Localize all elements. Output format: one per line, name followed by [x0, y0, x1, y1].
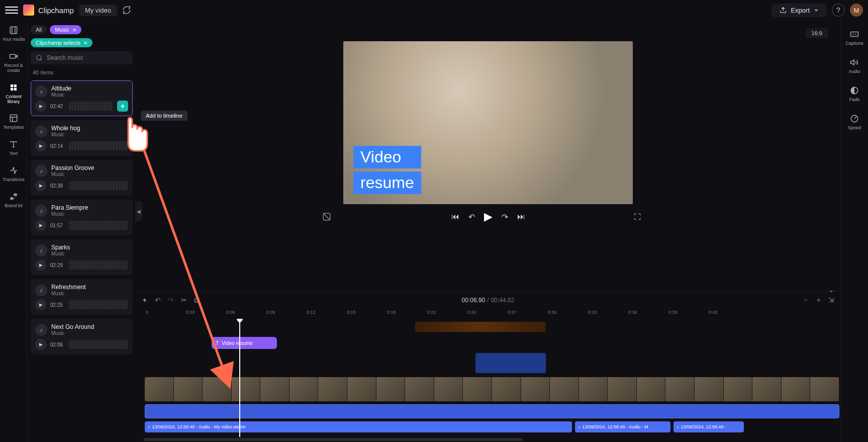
zoom-out-button[interactable]: －: [802, 296, 809, 305]
play-preview-button[interactable]: ▶: [35, 101, 46, 112]
music-note-icon: ♪: [35, 244, 47, 256]
clip-audio-waveform[interactable]: [145, 404, 839, 418]
forward-button[interactable]: ↷: [502, 212, 508, 222]
ruler-tick: 0:12: [307, 310, 316, 315]
timeline-toolbar: ✦ ↶ ↷ ✂ ⧉ 00:06.90 / 00:44.62 － ＋ ⇲ ⌄: [136, 292, 840, 309]
svg-rect-10: [851, 32, 858, 37]
magic-button[interactable]: ✦: [142, 296, 148, 304]
music-item[interactable]: ♪ Passion Groove Music ▶ 02:38: [31, 160, 133, 196]
clip-text[interactable]: TVideo resume: [212, 337, 277, 349]
timeline-scrollbar[interactable]: [144, 437, 832, 442]
aspect-ratio-button[interactable]: 16:9: [806, 28, 828, 38]
play-preview-button[interactable]: ▶: [35, 259, 46, 271]
video-thumbnail: [608, 377, 637, 401]
music-item[interactable]: ♪ Altitude Music ▶ 02:42 +: [31, 80, 133, 116]
video-thumbnail: [203, 377, 232, 401]
app-name: Clipchamp: [38, 6, 74, 15]
color-off-icon[interactable]: [322, 212, 331, 221]
music-item[interactable]: ♪ Sparks Music ▶ 02:29: [31, 239, 133, 275]
music-title: Whole hog: [51, 125, 80, 132]
timeline-tracks[interactable]: TVideo resume ♪13/09/2024, 12:58:48 - Au…: [144, 319, 840, 437]
play-button[interactable]: ▶: [484, 210, 493, 223]
rail-audio[interactable]: Audio: [848, 57, 860, 74]
menu-icon[interactable]: [5, 4, 18, 17]
playhead[interactable]: [239, 319, 240, 437]
close-icon[interactable]: ✕: [72, 27, 76, 33]
timeline-options-button[interactable]: ⌄: [828, 286, 834, 294]
play-preview-button[interactable]: ▶: [35, 180, 46, 191]
svg-rect-6: [10, 115, 17, 122]
rail-text[interactable]: Text: [9, 139, 19, 156]
rail-fade[interactable]: Fade: [849, 85, 860, 103]
search-icon: [36, 54, 43, 61]
play-preview-button[interactable]: ▶: [35, 299, 46, 310]
sync-icon[interactable]: [122, 6, 131, 15]
rail-templates[interactable]: Templates: [3, 113, 24, 130]
play-preview-button[interactable]: ▶: [35, 339, 46, 350]
export-button[interactable]: Export: [771, 4, 827, 17]
skip-back-button[interactable]: ⏮: [451, 212, 459, 221]
clip-audio-segment-1[interactable]: ♪13/09/2024, 12:58:48 - Audio - My video…: [145, 421, 572, 432]
video-thumbnail: [434, 377, 463, 401]
help-button[interactable]: ?: [832, 4, 845, 17]
clip-audio-segment-3[interactable]: ♪13/09/2024, 12:58:48 -: [673, 421, 744, 432]
video-thumbnail: [492, 377, 521, 401]
rail-content-library[interactable]: Content library: [0, 82, 27, 105]
redo-button[interactable]: ↷: [168, 296, 174, 304]
ruler-tick: 0:06: [226, 310, 235, 315]
music-title: Sparks: [51, 244, 70, 251]
rail-speed[interactable]: Speed: [848, 114, 861, 131]
close-icon[interactable]: ✕: [83, 40, 87, 46]
video-canvas[interactable]: Video resume: [343, 41, 633, 204]
collapse-panel-button[interactable]: ◀: [135, 201, 142, 221]
music-subtitle: Music: [51, 251, 70, 256]
undo-button[interactable]: ↶: [155, 296, 161, 304]
clip-effect[interactable]: [415, 322, 546, 332]
music-note-icon: ♪: [35, 205, 47, 217]
music-subtitle: Music: [51, 211, 88, 217]
ruler-tick: 0:21: [427, 310, 436, 315]
project-name[interactable]: My video: [79, 5, 117, 16]
captions-icon: [850, 30, 859, 39]
music-note-icon: ♪: [148, 424, 150, 429]
play-preview-button[interactable]: ▶: [35, 140, 46, 151]
svg-rect-0: [10, 27, 17, 34]
ruler-tick: 0:33: [588, 310, 597, 315]
clip-overlay[interactable]: [475, 353, 546, 373]
chip-music[interactable]: Music✕: [50, 25, 81, 34]
music-note-icon: ♪: [35, 125, 47, 137]
copy-button[interactable]: ⧉: [194, 296, 199, 305]
add-to-timeline-button[interactable]: +: [117, 101, 128, 112]
rewind-button[interactable]: ↶: [468, 212, 475, 222]
split-button[interactable]: ✂: [181, 296, 187, 304]
music-duration: 02:38: [50, 183, 65, 189]
music-item[interactable]: ♪ Whole hog Music ▶ 02:14: [31, 120, 133, 156]
timeline-ruler[interactable]: 00:030:060:090:120:150:180:210:240:270:3…: [144, 309, 840, 319]
play-preview-button[interactable]: ▶: [35, 220, 46, 231]
add-to-timeline-tooltip: Add to timeline: [141, 111, 187, 121]
fullscreen-button[interactable]: ⛶: [634, 213, 641, 221]
music-item[interactable]: ♪ Para Siempre Music ▶ 01:57: [31, 200, 133, 235]
rail-transitions[interactable]: Transitions: [3, 165, 25, 183]
music-item[interactable]: ♪ Refreshment Music ▶ 02:25: [31, 279, 133, 315]
video-thumbnail: [782, 377, 811, 401]
zoom-fit-button[interactable]: ⇲: [828, 296, 834, 305]
music-duration: 02:25: [50, 302, 65, 308]
rail-captions[interactable]: Captions: [845, 29, 863, 46]
chip-clipchamp-selects[interactable]: Clipchamp selects✕: [31, 38, 92, 47]
music-item[interactable]: ♪ Next Go Around Music ▶ 02:06: [31, 319, 133, 355]
avatar[interactable]: M: [850, 4, 863, 17]
app-logo[interactable]: Clipchamp: [23, 5, 74, 16]
zoom-in-button[interactable]: ＋: [815, 296, 822, 305]
scrollbar-thumb[interactable]: [144, 438, 523, 441]
rail-your-media[interactable]: Your media: [2, 25, 25, 42]
chip-all[interactable]: All: [31, 25, 47, 34]
skip-forward-button[interactable]: ⏭: [517, 212, 525, 221]
rail-brand-kit[interactable]: Brand kit: [5, 192, 23, 209]
search-input[interactable]: Search music: [31, 51, 133, 64]
music-subtitle: Music: [51, 171, 94, 177]
clip-video-main[interactable]: [145, 377, 839, 401]
rail-record-create[interactable]: Record & create: [0, 51, 27, 73]
clip-audio-segment-2[interactable]: ♪13/09/2024, 12:58:48 - Audio - M: [575, 421, 670, 432]
video-thumbnail: [260, 377, 290, 401]
